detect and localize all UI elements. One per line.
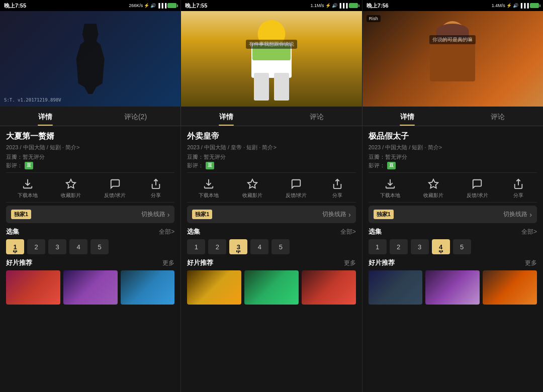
download-btn-2[interactable]: 下载本地 <box>199 177 219 199</box>
tab-detail-3[interactable]: 详情 <box>363 107 453 126</box>
tab-detail-2[interactable]: 详情 <box>181 107 272 126</box>
status-bar-1: 晚上7:55 266K/s ⚡ 🔊 ▐▐▐ <box>0 0 181 11</box>
tab-comment-1[interactable]: 评论(2) <box>90 107 181 126</box>
route-bar-3[interactable]: 独家1 切换线路 › <box>369 206 537 223</box>
rec-item-3-3[interactable] <box>483 270 537 305</box>
ep-btn-2-1[interactable]: 1 <box>187 239 205 254</box>
rec-more-3[interactable]: 更多 <box>525 259 537 267</box>
feedback-btn-1[interactable]: 反馈/求片 <box>104 177 126 199</box>
ep-btn-2-4[interactable]: 4 <box>250 239 268 254</box>
download-btn-1[interactable]: 下载本地 <box>18 177 38 199</box>
download-btn-3[interactable]: 下载本地 <box>380 177 400 199</box>
switch-label-1: 切换线路 <box>141 210 165 219</box>
rec-item-1-3[interactable] <box>121 270 175 305</box>
video-3[interactable]: 你说的可是真的嘛 Rish <box>363 11 543 107</box>
battery-icon-1 <box>167 3 176 8</box>
rec-item-3-1[interactable] <box>369 270 423 305</box>
speed-1: 266K/s <box>129 3 143 8</box>
share-btn-2[interactable]: 分享 <box>330 177 344 199</box>
rec-item-1-1[interactable] <box>6 270 60 305</box>
film-badge-3[interactable]: 豆 <box>387 162 396 169</box>
episodes-all-1[interactable]: 全部> <box>159 228 174 236</box>
movie-meta-2[interactable]: 2023 / 中国大陆 / 皇帝 · 短剧 · 简介> <box>187 144 355 151</box>
ep-btn-3-2[interactable]: 2 <box>390 239 408 254</box>
douban-label-2: 豆瓣：暂无评分 <box>187 153 226 161</box>
douban-rating-2: 豆瓣：暂无评分 <box>187 153 355 161</box>
ep-btn-1-4[interactable]: 4 <box>69 239 87 254</box>
route-bar-2[interactable]: 独家1 切换线路 › <box>187 206 355 223</box>
tab-comment-2[interactable]: 评论 <box>272 107 362 126</box>
chevron-icon-1: › <box>167 211 170 219</box>
video-2[interactable]: 有件事我想跟你说说 <box>181 11 361 107</box>
switch-label-2: 切换线路 <box>322 210 346 219</box>
content-panel-1: 大夏第一赘婿 2023 / 中国大陆 / 短剧 · 简介> 豆瓣：暂无评分 影评… <box>0 126 181 392</box>
ep-btn-1-1[interactable]: 1 <box>6 239 24 254</box>
route-left-3: 独家1 <box>374 210 394 219</box>
route-bar-1[interactable]: 独家1 切换线路 › <box>6 206 174 223</box>
route-right-2: 切换线路 › <box>322 210 351 219</box>
leg-left-2 <box>254 73 269 101</box>
movie-meta-1[interactable]: 2023 / 中国大陆 / 短剧 · 简介> <box>6 144 174 151</box>
time-3: 晚上7:56 <box>367 2 389 10</box>
movie-title-1: 大夏第一赘婿 <box>6 131 174 142</box>
share-icon-2 <box>330 177 344 191</box>
film-badge-2[interactable]: 豆 <box>206 162 214 169</box>
movie-meta-3[interactable]: 2023 / 中国大陆 / 短剧 · 简介> <box>369 144 537 151</box>
rec-item-2-1[interactable] <box>187 270 241 305</box>
ep-btn-3-5[interactable]: 5 <box>453 239 471 254</box>
rec-more-2[interactable]: 更多 <box>344 259 356 267</box>
status-bar-3: 晚上7:56 1.4M/s ⚡ 🔊 ▐▐▐ <box>363 0 543 11</box>
episodes-all-2[interactable]: 全部> <box>340 228 356 236</box>
video-panel-1[interactable]: S:T. v1.20171219.898V <box>0 11 181 107</box>
douban-label-3: 豆瓣：暂无评分 <box>369 153 407 161</box>
feedback-btn-3[interactable]: 反馈/求片 <box>467 177 488 199</box>
status-bars: 晚上7:55 266K/s ⚡ 🔊 ▐▐▐ 晚上7:55 1.1M/s ⚡ 🔊 … <box>0 0 543 11</box>
rec-section-1: 好片推荐 更多 <box>6 258 174 305</box>
time-1: 晚上7:55 <box>4 2 26 10</box>
rec-section-3: 好片推荐 更多 <box>369 258 537 305</box>
rec-header-1: 好片推荐 更多 <box>6 258 174 267</box>
ep-btn-3-3[interactable]: 3 <box>411 239 429 254</box>
ep-btn-3-4[interactable]: 4 <box>432 239 450 254</box>
rec-item-2-2[interactable] <box>244 270 299 305</box>
video-panel-3[interactable]: 你说的可是真的嘛 Rish <box>363 11 543 107</box>
rec-item-2-3[interactable] <box>302 270 356 305</box>
collect-icon-1 <box>64 177 78 191</box>
collect-btn-3[interactable]: 收藏影片 <box>423 177 443 199</box>
collect-btn-2[interactable]: 收藏影片 <box>242 177 262 199</box>
collect-btn-1[interactable]: 收藏影片 <box>61 177 81 199</box>
share-label-1: 分享 <box>151 192 161 199</box>
route-badge-2: 独家1 <box>192 210 212 219</box>
feedback-btn-2[interactable]: 反馈/求片 <box>286 177 307 199</box>
share-icon-1 <box>149 177 163 191</box>
video-1[interactable]: S:T. v1.20171219.898V <box>0 11 180 107</box>
tab-detail-1[interactable]: 详情 <box>0 107 90 126</box>
battery-icon-2 <box>349 3 358 8</box>
ep-btn-3-1[interactable]: 1 <box>369 239 387 254</box>
ep-btn-2-3[interactable]: 3 <box>229 239 247 254</box>
ep-btn-1-2[interactable]: 2 <box>27 239 45 254</box>
ep-btn-2-5[interactable]: 5 <box>272 239 290 254</box>
share-btn-1[interactable]: 分享 <box>149 177 163 199</box>
tab-comment-3[interactable]: 评论 <box>452 107 543 126</box>
ep-btn-1-5[interactable]: 5 <box>90 239 109 254</box>
rec-items-3 <box>369 270 537 305</box>
tab-group-2: 详情 评论 <box>181 107 362 126</box>
ep-btn-1-3[interactable]: 3 <box>48 239 66 254</box>
status-bar-2: 晚上7:55 1.1M/s ⚡ 🔊 ▐▐▐ <box>181 0 362 11</box>
episodes-header-3: 选集 全部> <box>369 227 537 236</box>
actions-row-3: 下载本地 收藏影片 反馈/求片 分享 <box>369 172 537 203</box>
feedback-icon-1 <box>108 177 122 191</box>
tab-group-3: 详情 评论 <box>363 107 543 126</box>
episodes-all-3[interactable]: 全部> <box>521 228 537 236</box>
share-btn-3[interactable]: 分享 <box>511 177 525 199</box>
rec-item-1-2[interactable] <box>63 270 118 305</box>
video-panel-2[interactable]: 有件事我想跟你说说 <box>181 11 362 107</box>
video-panels-row: S:T. v1.20171219.898V 有件事我想跟你说说 你说的可是真的嘛… <box>0 11 543 107</box>
collect-label-1: 收藏影片 <box>61 192 81 199</box>
rec-more-1[interactable]: 更多 <box>162 259 174 267</box>
video-top-text-3: Rish <box>367 15 381 22</box>
film-badge-1[interactable]: 豆 <box>25 162 33 169</box>
ep-btn-2-2[interactable]: 2 <box>208 239 226 254</box>
rec-item-3-2[interactable] <box>425 270 480 305</box>
